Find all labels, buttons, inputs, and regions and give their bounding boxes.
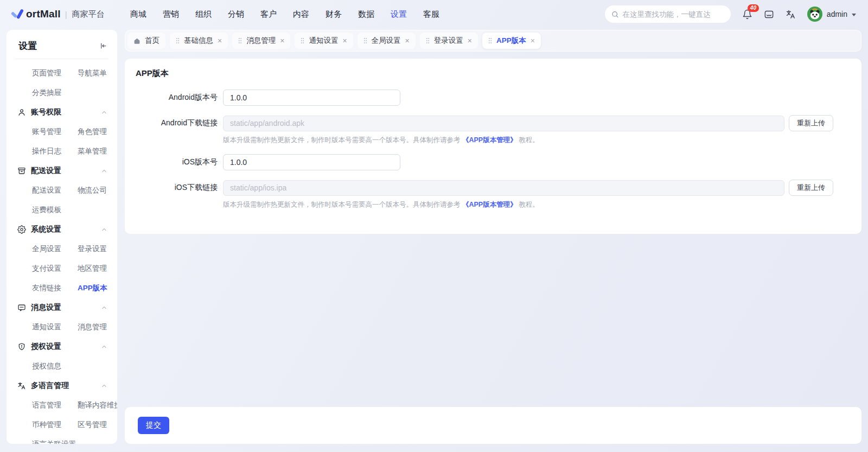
- search-icon: [611, 10, 619, 18]
- username: admin: [827, 10, 847, 18]
- sidebar-item-freight-template[interactable]: 运费模板: [32, 200, 78, 220]
- nav-item-settings[interactable]: 设置: [391, 9, 407, 20]
- brand-name: ortMall: [26, 8, 61, 20]
- caret-down-icon: [852, 14, 856, 16]
- submit-button[interactable]: 提交: [138, 417, 169, 434]
- search-box[interactable]: [605, 5, 731, 23]
- nav-item-content[interactable]: 内容: [293, 9, 309, 20]
- sidebar-item-translation-maintenance[interactable]: 翻译内容维护: [78, 396, 117, 415]
- sidebar-item-delivery-settings[interactable]: 配送设置: [32, 181, 78, 200]
- notifications-button[interactable]: 40: [742, 9, 752, 20]
- sidebar-group-account-permissions[interactable]: 账号权限: [14, 103, 110, 122]
- nav-item-service[interactable]: 客服: [423, 9, 439, 20]
- sidebar-item-auth-info[interactable]: 授权信息: [32, 356, 78, 376]
- close-icon[interactable]: ×: [218, 37, 222, 44]
- android-reupload-button[interactable]: 重新上传: [789, 115, 833, 131]
- chevron-up-icon: [101, 168, 107, 174]
- sidebar-item-page-management[interactable]: 页面管理: [32, 63, 78, 83]
- drag-handle-icon[interactable]: [301, 37, 304, 44]
- sidebar-item-login-settings[interactable]: 登录设置: [78, 239, 110, 259]
- tab-label: 消息管理: [246, 36, 276, 46]
- sidebar-group-system-settings[interactable]: 系统设置: [14, 220, 110, 239]
- home-icon: [133, 37, 141, 44]
- top-navbar: ortMall | 商家平台 商城 营销 组织 分销 客户 内容 财务 数据 设…: [0, 0, 868, 28]
- close-icon[interactable]: ×: [531, 37, 535, 44]
- sidebar-item-category-drawer[interactable]: 分类抽屉: [32, 83, 78, 103]
- user-menu[interactable]: admin: [807, 7, 856, 22]
- android-link-input: [223, 116, 784, 131]
- drag-handle-icon[interactable]: [238, 37, 242, 44]
- language-switch-button[interactable]: [786, 9, 796, 20]
- tab-message-management[interactable]: 消息管理 ×: [232, 33, 290, 49]
- sidebar-item-message-management[interactable]: 消息管理: [78, 317, 110, 337]
- drag-handle-icon[interactable]: [488, 37, 492, 44]
- nav-item-mall[interactable]: 商城: [130, 9, 146, 20]
- ios-version-input[interactable]: [223, 154, 400, 170]
- tab-app-version[interactable]: APP版本 ×: [482, 33, 541, 49]
- sidebar-item-region-management[interactable]: 地区管理: [78, 259, 110, 278]
- field-ios-version: iOS版本号: [136, 154, 851, 170]
- tab-basic-info[interactable]: 基础信息 ×: [170, 33, 228, 49]
- sidebar-item-notification-settings[interactable]: 通知设置: [32, 317, 78, 337]
- translate-icon: [17, 381, 26, 390]
- nav-item-organization[interactable]: 组织: [195, 9, 212, 20]
- sidebar-item-language-management[interactable]: 语言管理: [32, 396, 78, 415]
- close-icon[interactable]: ×: [468, 37, 472, 44]
- sidebar-item-payment-settings[interactable]: 支付设置: [32, 259, 78, 278]
- sidebar-group-label: 消息设置: [31, 303, 61, 313]
- ios-link-input: [223, 180, 784, 196]
- sidebar-group-authorization-settings[interactable]: 授权设置: [14, 337, 110, 356]
- sidebar-group-delivery-settings[interactable]: 配送设置: [14, 161, 110, 181]
- chevron-up-icon: [101, 383, 107, 389]
- sidebar-item-global-settings[interactable]: 全局设置: [32, 239, 78, 259]
- sidebar-group-message-settings[interactable]: 消息设置: [14, 298, 110, 317]
- sidebar-item-friend-links[interactable]: 友情链接: [32, 278, 78, 298]
- nav-item-finance[interactable]: 财务: [326, 9, 342, 20]
- tab-label: 首页: [145, 36, 159, 46]
- tab-home[interactable]: 首页: [127, 33, 165, 49]
- sidebar-item-area-code-management[interactable]: 区号管理: [78, 415, 117, 435]
- close-icon[interactable]: ×: [405, 37, 410, 44]
- tab-notification-settings[interactable]: 通知设置 ×: [295, 33, 353, 49]
- brand: ortMall | 商家平台: [11, 8, 123, 20]
- sidebar-title: 设置: [18, 40, 37, 52]
- tab-global-settings[interactable]: 全局设置 ×: [358, 33, 416, 49]
- sidebar-group-label: 配送设置: [31, 166, 61, 176]
- ios-reupload-button[interactable]: 重新上传: [789, 180, 833, 196]
- tab-login-settings[interactable]: 登录设置 ×: [420, 33, 478, 49]
- nav-item-marketing[interactable]: 营销: [163, 9, 179, 20]
- search-input[interactable]: [622, 10, 724, 18]
- field-android-link: Android下载链接 重新上传 版本升级需制作热更新文件，制作时版本号需要高一…: [136, 115, 851, 145]
- notification-badge: 40: [748, 4, 759, 12]
- help-text: 版本升级需制作热更新文件，制作时版本号需要高一个版本号。具体制作请参考: [223, 136, 462, 144]
- collapse-sidebar-icon[interactable]: [99, 42, 107, 50]
- sidebar-item-currency-management[interactable]: 币种管理: [32, 415, 78, 435]
- app-version-doc-link[interactable]: 《APP版本管理》: [462, 136, 517, 144]
- nav-item-distribution[interactable]: 分销: [228, 9, 244, 20]
- sidebar-item-menu-management[interactable]: 菜单管理: [78, 142, 110, 161]
- sidebar-group-multilanguage-management[interactable]: 多语言管理: [14, 376, 110, 396]
- tab-label: 通知设置: [309, 36, 338, 46]
- app-version-doc-link[interactable]: 《APP版本管理》: [462, 201, 517, 208]
- close-icon[interactable]: ×: [342, 37, 347, 44]
- workbench-button[interactable]: [764, 9, 774, 20]
- brand-divider: |: [65, 10, 67, 19]
- nav-item-customer[interactable]: 客户: [260, 9, 277, 20]
- sidebar-item-language-relation-settings[interactable]: 语言关联设置: [32, 435, 78, 444]
- sidebar-item-account-management[interactable]: 账号管理: [32, 122, 78, 142]
- sidebar-item-role-management[interactable]: 角色管理: [78, 122, 110, 142]
- sidebar-item-logistics-company[interactable]: 物流公司: [78, 181, 110, 200]
- header-right: 40 admin: [605, 5, 856, 23]
- drag-handle-icon[interactable]: [426, 37, 430, 44]
- ios-link-help: 版本升级需制作热更新文件，制作时版本号需要高一个版本号。具体制作请参考 《APP…: [136, 200, 851, 209]
- android-version-input[interactable]: [223, 90, 400, 106]
- app-version-card: APP版本 Android版本号 Android下载链接 重新上传 版本升级需制…: [125, 59, 861, 234]
- nav-item-data[interactable]: 数据: [358, 9, 374, 20]
- sidebar-item-operation-log[interactable]: 操作日志: [32, 142, 78, 161]
- sidebar-item-nav-menu[interactable]: 导航菜单: [78, 63, 110, 83]
- close-icon[interactable]: ×: [280, 37, 284, 44]
- chevron-up-icon: [101, 304, 107, 311]
- sidebar-item-app-version[interactable]: APP版本: [78, 278, 110, 298]
- drag-handle-icon[interactable]: [363, 37, 367, 44]
- drag-handle-icon[interactable]: [176, 37, 180, 44]
